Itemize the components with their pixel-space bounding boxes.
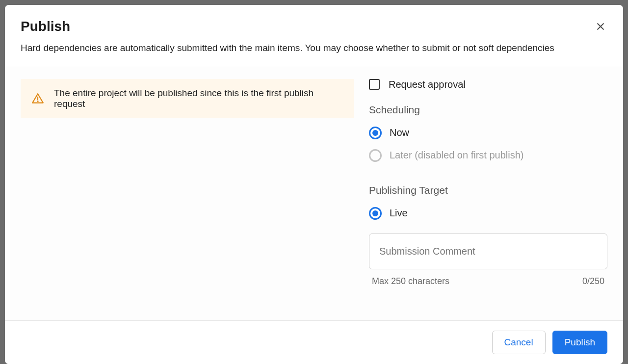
modal-header: Publish Hard dependencies are automatica… bbox=[5, 5, 623, 66]
publish-modal: Publish Hard dependencies are automatica… bbox=[5, 5, 623, 364]
target-live-label: Live bbox=[390, 208, 408, 219]
scheduling-later-label: Later (disabled on first publish) bbox=[390, 150, 523, 161]
request-approval-label: Request approval bbox=[389, 79, 466, 90]
right-panel: Request approval Scheduling Now Later (d… bbox=[369, 66, 623, 320]
modal-subtitle: Hard dependencies are automatically subm… bbox=[21, 41, 607, 55]
comment-hint: Max 250 characters bbox=[372, 276, 449, 286]
radio-unselected-icon bbox=[369, 149, 382, 162]
close-icon bbox=[596, 22, 605, 31]
request-approval-checkbox[interactable]: Request approval bbox=[369, 79, 607, 90]
left-panel: The entire project will be published sin… bbox=[5, 66, 369, 320]
svg-point-3 bbox=[37, 101, 38, 101]
modal-footer: Cancel Publish bbox=[5, 320, 623, 364]
target-live-radio[interactable]: Live bbox=[369, 207, 607, 220]
alert-text: The entire project will be published sin… bbox=[54, 88, 343, 109]
comment-counter: 0/250 bbox=[582, 276, 604, 286]
modal-title: Publish bbox=[21, 19, 607, 34]
scheduling-now-label: Now bbox=[390, 127, 409, 138]
scheduling-later-radio: Later (disabled on first publish) bbox=[369, 149, 607, 162]
radio-selected-icon bbox=[369, 207, 382, 220]
target-heading: Publishing Target bbox=[369, 184, 607, 196]
radio-selected-icon bbox=[369, 127, 382, 139]
scheduling-now-radio[interactable]: Now bbox=[369, 127, 607, 139]
close-button[interactable] bbox=[593, 19, 608, 34]
cancel-button[interactable]: Cancel bbox=[492, 331, 546, 354]
checkbox-icon bbox=[369, 79, 380, 90]
first-publish-alert: The entire project will be published sin… bbox=[21, 79, 354, 118]
comment-meta: Max 250 characters 0/250 bbox=[369, 276, 607, 286]
modal-body: The entire project will be published sin… bbox=[5, 66, 623, 320]
submission-comment-input[interactable] bbox=[369, 234, 607, 269]
publish-button[interactable]: Publish bbox=[552, 331, 607, 354]
warning-icon bbox=[31, 92, 44, 105]
scheduling-heading: Scheduling bbox=[369, 104, 607, 116]
